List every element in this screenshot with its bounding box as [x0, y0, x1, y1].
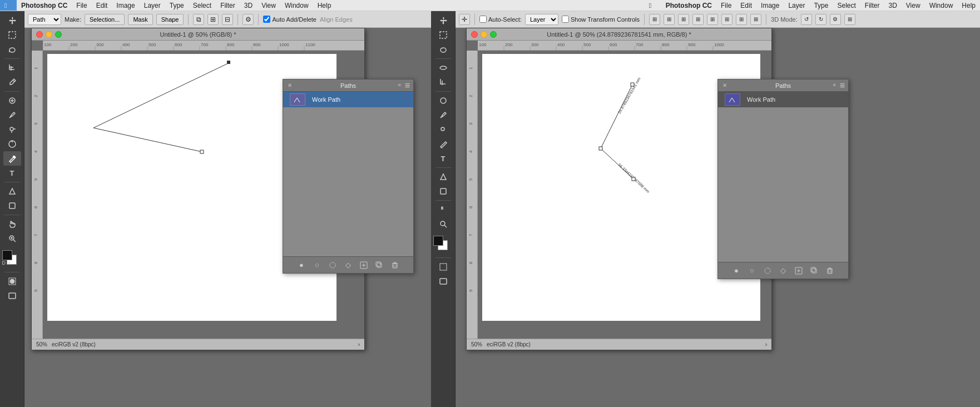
panel-collapse-left[interactable]: «: [398, 82, 401, 88]
selection-button[interactable]: Selection...: [85, 14, 125, 25]
fill-path-btn-left[interactable]: ●: [295, 260, 308, 271]
menu-layer-left[interactable]: Layer: [140, 0, 165, 11]
r-crop-tool[interactable]: [434, 75, 452, 90]
distribute-h-icon[interactable]: ⊞: [736, 14, 747, 25]
auto-select-label[interactable]: Auto-Select:: [479, 16, 522, 23]
duplicate-path-btn-right[interactable]: [808, 265, 820, 276]
r-lasso-tool[interactable]: [434, 42, 452, 57]
move-tool[interactable]: [3, 13, 21, 28]
show-transform-label[interactable]: Show Transform Controls: [562, 16, 640, 23]
make-workpath-btn-right[interactable]: ◇: [777, 265, 789, 276]
auto-add-delete-label[interactable]: Auto Add/Delete: [263, 16, 316, 23]
delete-path-btn-left[interactable]: [389, 260, 401, 271]
menu-type-left[interactable]: Type: [165, 0, 189, 11]
menu-window-right[interactable]: Window: [925, 0, 958, 11]
menu-3d-left[interactable]: 3D: [240, 0, 257, 11]
app-name-right[interactable]: Photoshop CC: [661, 0, 716, 11]
arrange-icon[interactable]: ⊟: [222, 14, 233, 25]
3d-icon-1[interactable]: ↺: [801, 14, 812, 25]
screen-mode-toggle[interactable]: [3, 289, 21, 303]
foreground-color-swatch[interactable]: [2, 250, 12, 260]
r-shape-tool[interactable]: [434, 184, 452, 198]
stroke-path-btn-left[interactable]: ○: [311, 260, 323, 271]
menu-type-right[interactable]: Type: [809, 0, 833, 11]
brush-tool[interactable]: [3, 108, 21, 122]
3d-icon-4[interactable]: ⊞: [844, 14, 855, 25]
stroke-path-btn-right[interactable]: ○: [746, 265, 758, 276]
copy-icon[interactable]: ⧉: [193, 14, 204, 25]
r-zoom-tool[interactable]: [434, 217, 452, 231]
duplicate-path-btn-left[interactable]: [373, 260, 385, 271]
r-path-selection-tool[interactable]: [434, 170, 452, 184]
heal-tool[interactable]: [3, 93, 21, 108]
close-button-right[interactable]: [471, 31, 478, 38]
3d-icon-2[interactable]: ↻: [815, 14, 826, 25]
pen-tool[interactable]: [3, 151, 21, 166]
align-center-icon[interactable]: ⊞: [664, 14, 675, 25]
menu-help-right[interactable]: Help: [957, 0, 980, 11]
text-tool[interactable]: T: [3, 166, 21, 180]
r-foreground-color[interactable]: [433, 236, 443, 246]
r-hand-tool[interactable]: [434, 202, 452, 217]
panel-close-left[interactable]: ✕: [286, 82, 293, 89]
r-quick-mask[interactable]: [434, 260, 452, 274]
path-selection-tool[interactable]: [3, 184, 21, 198]
swap-colors-icon[interactable]: X: [8, 260, 11, 266]
auto-add-delete-checkbox[interactable]: [263, 16, 270, 23]
delete-path-btn-right[interactable]: [824, 265, 836, 276]
r-screen-mode[interactable]: [434, 274, 452, 289]
show-transform-checkbox[interactable]: [562, 16, 569, 23]
eyedropper-tool[interactable]: [3, 75, 21, 90]
menu-layer-right[interactable]: Layer: [784, 0, 809, 11]
new-path-btn-left[interactable]: [358, 260, 370, 271]
r-pen-tool[interactable]: [434, 137, 452, 151]
clone-tool[interactable]: [3, 122, 21, 137]
menu-file-left[interactable]: File: [72, 0, 91, 11]
status-arrow-right[interactable]: ›: [765, 341, 767, 348]
menu-3d-right[interactable]: 3D: [884, 0, 901, 11]
menu-select-left[interactable]: Select: [189, 0, 216, 11]
auto-select-checkbox[interactable]: [479, 16, 487, 23]
zoom-tool[interactable]: [3, 231, 21, 246]
minimize-button-left[interactable]: [46, 31, 52, 38]
menu-file-right[interactable]: File: [716, 0, 736, 11]
app-name-left[interactable]: Photoshop CC: [17, 0, 72, 11]
menu-help-left[interactable]: Help: [313, 0, 336, 11]
fill-path-btn-right[interactable]: ●: [730, 265, 743, 276]
shape-button[interactable]: Shape: [156, 14, 184, 25]
r-clone-tool[interactable]: [434, 122, 452, 137]
mask-button[interactable]: Mask: [128, 14, 152, 25]
tool-mode-select[interactable]: Path Shape Pixels: [28, 14, 61, 25]
menu-edit-left[interactable]: Edit: [92, 0, 112, 11]
menu-window-left[interactable]: Window: [280, 0, 313, 11]
menu-filter-left[interactable]: Filter: [216, 0, 240, 11]
menu-image-right[interactable]: Image: [756, 0, 784, 11]
apple-logo-left[interactable]: : [0, 0, 17, 11]
menu-view-right[interactable]: View: [902, 0, 925, 11]
make-workpath-btn-left[interactable]: ◇: [342, 260, 354, 271]
r-warp-tool[interactable]: [434, 61, 452, 75]
r-text-tool[interactable]: T: [434, 151, 452, 166]
work-path-row-left[interactable]: Work Path: [283, 92, 413, 107]
lasso-tool[interactable]: [3, 42, 21, 57]
apple-logo-right[interactable]: : [645, 0, 661, 11]
shape-tool[interactable]: [3, 198, 21, 213]
3d-icon-3[interactable]: ⚙: [830, 14, 841, 25]
settings-icon[interactable]: ⚙: [242, 14, 254, 25]
align-icon[interactable]: ⊞: [207, 14, 219, 25]
panel-close-right[interactable]: ✕: [721, 82, 728, 89]
crop-tool[interactable]: [3, 61, 21, 75]
panel-menu-right[interactable]: ≡: [840, 81, 845, 91]
history-tool[interactable]: [3, 137, 21, 151]
menu-filter-right[interactable]: Filter: [860, 0, 884, 11]
align-bottom-icon[interactable]: ⊞: [721, 14, 732, 25]
quick-mask-toggle[interactable]: [3, 274, 21, 289]
r-move-tool[interactable]: [434, 13, 452, 28]
new-path-btn-right[interactable]: [793, 265, 805, 276]
move-tool-icon[interactable]: ✛: [459, 14, 470, 25]
close-button-left[interactable]: [36, 31, 43, 38]
panel-menu-left[interactable]: ≡: [405, 81, 410, 91]
maximize-button-right[interactable]: [490, 31, 497, 38]
r-selection-tool[interactable]: [434, 28, 452, 42]
load-selection-btn-right[interactable]: [761, 265, 774, 276]
